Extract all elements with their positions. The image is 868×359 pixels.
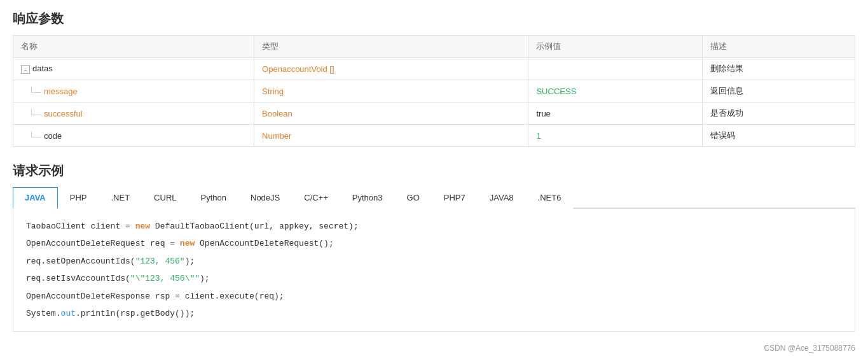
param-description-cell: 返回信息: [703, 80, 855, 102]
code-text: OpenAccountDeleteRequest();: [195, 239, 333, 248]
tree-line-icon: [31, 109, 41, 115]
code-keyword: new: [135, 222, 150, 231]
param-type: Boolean: [262, 109, 293, 118]
tab-net6[interactable]: .NET6: [526, 187, 574, 209]
param-type-cell: Boolean: [254, 102, 528, 125]
code-text: OpenAccountDeleteRequest req =: [26, 239, 180, 248]
param-example-cell: true: [528, 102, 703, 125]
tab-java[interactable]: JAVA: [13, 187, 58, 209]
tab-curl[interactable]: CURL: [142, 187, 188, 209]
code-line: req.setIsvAccountIds("\"123, 456\"");: [26, 271, 842, 286]
tab-python3[interactable]: Python3: [340, 187, 395, 209]
param-example: SUCCESS: [536, 87, 576, 96]
code-keyword: new: [180, 239, 195, 248]
code-string: "\"123, 456\"": [130, 274, 200, 283]
code-line: req.setOpenAccountIds("123, 456");: [26, 254, 842, 269]
tree-line-icon: [31, 87, 41, 93]
code-text: OpenAccountDeleteResponse rsp = client.e…: [26, 292, 284, 301]
param-name-cell: -datas: [13, 58, 254, 80]
param-example: true: [536, 109, 550, 118]
col-header-name: 名称: [13, 36, 254, 58]
response-section-title: 响应参数: [13, 10, 855, 27]
param-name: datas: [32, 64, 53, 73]
param-name-cell: message: [13, 80, 254, 102]
code-line: System.out.println(rsp.getBody());: [26, 306, 842, 321]
col-header-example: 示例值: [528, 36, 703, 58]
page-container: 响应参数 名称 类型 示例值 描述 -datasOpenaccountVoid …: [0, 0, 868, 342]
tab-net[interactable]: .NET: [99, 187, 142, 209]
tab-cpp[interactable]: C/C++: [292, 187, 340, 209]
expand-icon[interactable]: -: [21, 65, 30, 74]
param-type-link[interactable]: OpenaccountVoid []: [262, 64, 334, 74]
table-row: codeNumber1错误码: [13, 125, 855, 147]
param-type: Number: [262, 131, 291, 141]
code-text: );: [200, 274, 210, 283]
code-block: TaobaoClient client = new DefaultTaobaoC…: [13, 209, 855, 332]
code-text: req.setIsvAccountIds(: [26, 274, 130, 283]
table-row: messageStringSUCCESS返回信息: [13, 80, 855, 102]
param-description-cell: 删除结果: [703, 58, 855, 80]
code-text: System.: [26, 309, 61, 318]
code-text: req.setOpenAccountIds(: [26, 257, 135, 266]
code-out: out: [61, 309, 76, 318]
tree-line-icon: [31, 131, 41, 137]
param-description-cell: 是否成功: [703, 102, 855, 125]
col-header-desc: 描述: [703, 36, 855, 58]
tab-java8[interactable]: JAVA8: [478, 187, 526, 209]
code-line: TaobaoClient client = new DefaultTaobaoC…: [26, 219, 842, 234]
code-text: );: [185, 257, 195, 266]
code-string: "123, 456": [135, 257, 185, 266]
tab-python[interactable]: Python: [189, 187, 238, 209]
param-example-cell: [528, 58, 703, 80]
params-table: 名称 类型 示例值 描述 -datasOpenaccountVoid []删除结…: [13, 35, 855, 147]
tab-go[interactable]: GO: [395, 187, 432, 209]
param-example: 1: [536, 131, 541, 141]
param-example-cell: 1: [528, 125, 703, 147]
tab-php7[interactable]: PHP7: [432, 187, 478, 209]
param-name: message: [44, 87, 78, 96]
param-type-cell: String: [254, 80, 528, 102]
param-type-cell: OpenaccountVoid []: [254, 58, 528, 80]
param-type-cell: Number: [254, 125, 528, 147]
param-name: code: [44, 131, 62, 141]
param-description-cell: 错误码: [703, 125, 855, 147]
request-section-title: 请求示例: [13, 162, 855, 179]
param-name-cell: successful: [13, 102, 254, 125]
tabs-bar: JAVAPHP.NETCURLPythonNodeJSC/C++Python3G…: [13, 187, 855, 209]
code-line: OpenAccountDeleteResponse rsp = client.e…: [26, 289, 842, 304]
param-name: successful: [44, 109, 83, 118]
code-line: OpenAccountDeleteRequest req = new OpenA…: [26, 236, 842, 251]
param-type: String: [262, 87, 284, 96]
param-example-cell: SUCCESS: [528, 80, 703, 102]
param-name-cell: code: [13, 125, 254, 147]
code-text: DefaultTaobaoClient(url, appkey, secret)…: [150, 222, 359, 231]
tab-php[interactable]: PHP: [58, 187, 99, 209]
table-row: successfulBooleantrue是否成功: [13, 102, 855, 125]
tab-nodejs[interactable]: NodeJS: [238, 187, 292, 209]
code-text: TaobaoClient client =: [26, 222, 135, 231]
code-text: .println(rsp.getBody());: [76, 309, 195, 318]
table-row: -datasOpenaccountVoid []删除结果: [13, 58, 855, 80]
col-header-type: 类型: [254, 36, 528, 58]
